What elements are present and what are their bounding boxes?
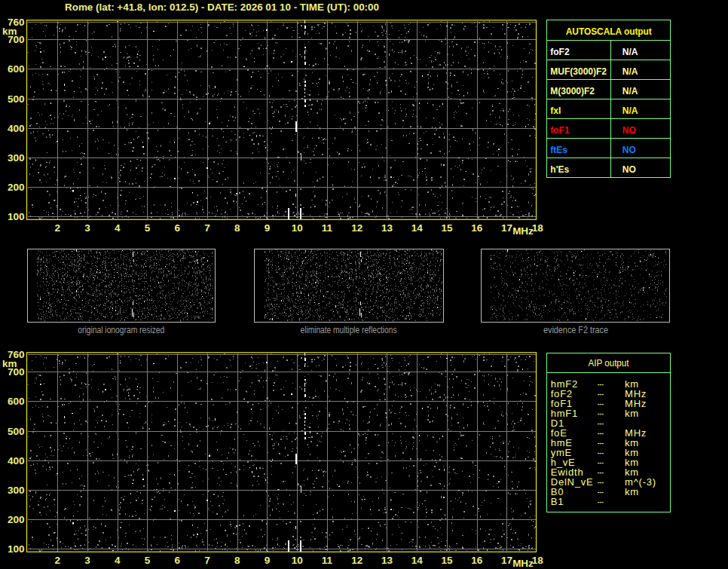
svg-text:3: 3: [84, 555, 90, 566]
svg-text:10: 10: [292, 555, 303, 566]
svg-text:400: 400: [8, 123, 25, 134]
svg-text:N/A: N/A: [622, 86, 638, 96]
svg-text:600: 600: [8, 396, 25, 407]
svg-text:ftEs: ftEs: [550, 145, 567, 155]
svg-text:h'Es: h'Es: [550, 164, 569, 175]
svg-text:13: 13: [381, 555, 393, 566]
svg-text:300: 300: [8, 485, 25, 496]
svg-text:12: 12: [351, 555, 362, 566]
svg-text:B1: B1: [551, 496, 564, 507]
svg-text:7: 7: [204, 222, 210, 234]
svg-text:M(3000)F2: M(3000)F2: [550, 86, 595, 96]
svg-text:10: 10: [292, 222, 303, 234]
svg-text:4: 4: [115, 555, 121, 566]
svg-text:3: 3: [84, 222, 90, 234]
svg-text:14: 14: [411, 555, 424, 566]
svg-text:400: 400: [8, 455, 25, 467]
svg-text:15: 15: [441, 222, 453, 234]
svg-text:eliminate multiple reflections: eliminate multiple reflections: [301, 325, 397, 335]
svg-text:---: ---: [598, 496, 604, 507]
svg-text:500: 500: [8, 426, 25, 437]
svg-text:fxI: fxI: [550, 106, 561, 116]
svg-text:9: 9: [265, 222, 271, 234]
svg-text:2: 2: [54, 555, 60, 566]
svg-text:500: 500: [8, 93, 25, 105]
svg-text:7: 7: [204, 555, 210, 566]
svg-text:5: 5: [145, 555, 151, 566]
svg-text:17: 17: [501, 555, 512, 566]
svg-text:8: 8: [234, 555, 240, 566]
svg-text:100: 100: [8, 543, 25, 555]
svg-text:N/A: N/A: [622, 106, 638, 116]
svg-text:600: 600: [8, 63, 25, 75]
svg-text:200: 200: [8, 182, 25, 193]
svg-text:km: km: [625, 486, 639, 497]
svg-text:MHz: MHz: [512, 558, 534, 569]
svg-text:4: 4: [115, 222, 121, 234]
svg-text:11: 11: [322, 555, 333, 566]
svg-text:300: 300: [8, 152, 25, 164]
svg-text:MHz: MHz: [512, 225, 534, 237]
svg-text:foF1: foF1: [550, 125, 570, 136]
svg-text:6: 6: [174, 222, 180, 234]
svg-text:NO: NO: [622, 125, 636, 136]
svg-text:AUTOSCALA output: AUTOSCALA output: [566, 26, 652, 37]
svg-text:12: 12: [351, 222, 362, 234]
svg-text:18: 18: [532, 555, 544, 566]
svg-text:evidence F2 trace: evidence F2 trace: [543, 325, 608, 335]
svg-text:14: 14: [411, 222, 424, 234]
svg-text:16: 16: [471, 222, 483, 234]
svg-text:original ionogram resized: original ionogram resized: [78, 325, 164, 335]
svg-text:11: 11: [322, 222, 333, 234]
svg-text:700: 700: [8, 34, 25, 45]
svg-text:18: 18: [532, 222, 544, 234]
svg-text:700: 700: [8, 366, 25, 378]
svg-text:N/A: N/A: [622, 47, 638, 57]
svg-text:5: 5: [145, 222, 151, 234]
svg-text:8: 8: [234, 222, 240, 234]
svg-text:N/A: N/A: [622, 66, 638, 77]
svg-text:9: 9: [265, 555, 271, 566]
svg-text:13: 13: [381, 222, 393, 234]
svg-text:AIP output: AIP output: [589, 357, 629, 369]
svg-text:km: km: [625, 408, 639, 419]
svg-text:100: 100: [8, 211, 25, 222]
svg-text:6: 6: [174, 555, 180, 566]
svg-text:15: 15: [441, 555, 453, 566]
svg-text:2: 2: [54, 222, 60, 234]
svg-text:200: 200: [8, 514, 25, 525]
svg-text:MUF(3000)F2: MUF(3000)F2: [550, 66, 607, 77]
svg-text:foF2: foF2: [550, 47, 570, 57]
svg-text:Rome (lat: +41.8, lon: 012.5): Rome (lat: +41.8, lon: 012.5) - DATE: 20…: [65, 2, 379, 13]
svg-text:16: 16: [471, 555, 483, 566]
svg-text:NO: NO: [622, 164, 636, 175]
svg-text:17: 17: [501, 222, 512, 234]
svg-text:NO: NO: [622, 145, 636, 155]
